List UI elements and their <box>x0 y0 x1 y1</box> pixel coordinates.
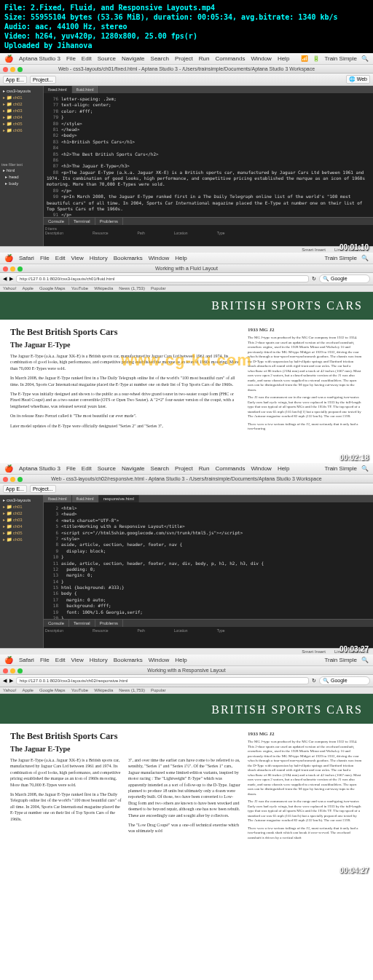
menu-file[interactable]: File <box>66 55 76 62</box>
menu-bookmarks[interactable]: Bookmarks <box>114 255 143 261</box>
minimize-button[interactable] <box>10 67 15 72</box>
url-field[interactable]: http://127.0.0.1:8020/css3-layouts/ch01/… <box>16 275 309 282</box>
folder-ch04[interactable]: ▸ 📁 ch04 <box>1 523 42 529</box>
close-button[interactable] <box>3 477 8 482</box>
bookmark-yahoo[interactable]: Yahoo! <box>3 286 17 291</box>
page-content[interactable]: BRITISH SPORTS CARS The Best British Spo… <box>0 292 373 463</box>
terminal-tab[interactable]: Terminal <box>69 620 95 627</box>
problems-panel[interactable]: Description Resource Path Location Type <box>44 627 373 648</box>
folder-ch06[interactable]: ▸ 📁 ch06 <box>1 536 42 542</box>
wifi-icon[interactable]: 📶 <box>301 55 308 62</box>
folder-ch03[interactable]: ▸ 📁 ch03 <box>1 107 42 114</box>
folder-ch03[interactable]: ▸ 📁 ch03 <box>1 516 42 523</box>
problems-panel[interactable]: 0 items Description Resource Path Locati… <box>44 225 373 246</box>
search-field[interactable]: 🔍 Google <box>319 274 370 283</box>
close-button[interactable] <box>3 668 8 673</box>
folder-ch05[interactable]: ▸ 📁 ch05 <box>1 120 42 127</box>
tab-fixed[interactable]: fixed.html <box>44 86 72 93</box>
zoom-button[interactable] <box>17 67 23 72</box>
menu-commands[interactable]: Commands <box>216 55 246 62</box>
project-root[interactable]: ▸ css3-layouts <box>1 497 42 503</box>
bookmark-apple[interactable]: Apple <box>23 286 34 291</box>
console-tab[interactable]: Console <box>44 620 69 627</box>
page-content[interactable]: BRITISH SPORTS CARS The Best British Spo… <box>0 694 373 876</box>
folder-ch02[interactable]: ▸ 📁 ch02 <box>1 510 42 516</box>
outline-head[interactable]: ▸ head <box>1 173 42 180</box>
back-button[interactable]: ◀ <box>3 678 7 684</box>
url-field[interactable]: http://127.0.0.1:8020/css3-layouts/ch02/… <box>16 677 309 684</box>
zoom-button[interactable] <box>17 266 23 272</box>
zoom-button[interactable] <box>17 477 23 482</box>
tab-responsive[interactable]: responsive.html <box>99 495 139 502</box>
outline-body[interactable]: ▸ body <box>1 180 42 186</box>
folder-ch06[interactable]: ▸ 📁 ch06 <box>1 127 42 133</box>
bookmark-news[interactable]: News (1,753) <box>119 286 145 291</box>
code-editor[interactable]: 2<html> 3<head> 4<meta charset="UTF-8"> … <box>44 502 373 619</box>
minimize-button[interactable] <box>10 266 15 272</box>
app-explorer-button[interactable]: App E... <box>3 76 27 84</box>
menu-help[interactable]: Help <box>278 55 289 62</box>
bookmark-maps[interactable]: Google Maps <box>39 286 66 291</box>
minimize-button[interactable] <box>10 477 15 482</box>
project-button[interactable]: Project... <box>30 76 56 84</box>
mac-menubar[interactable]: 🍎 Aptana Studio 3 File Edit Source Navig… <box>0 463 373 475</box>
app-explorer-button[interactable]: App E... <box>3 485 27 493</box>
menu-navigate[interactable]: Navigate <box>122 55 145 62</box>
reload-button[interactable]: ↻ <box>312 678 316 684</box>
menu-window[interactable]: Window <box>149 255 169 261</box>
tab-fluid[interactable]: fluid.html <box>72 495 99 502</box>
reload-button[interactable]: ↻ <box>312 276 316 282</box>
menu-edit[interactable]: Edit <box>55 255 66 261</box>
menu-history[interactable]: History <box>90 255 108 261</box>
menu-edit[interactable]: Edit <box>82 55 92 62</box>
problems-tab[interactable]: Problems <box>95 620 123 627</box>
back-button[interactable]: ◀ <box>3 276 7 282</box>
code-editor[interactable]: 76letter-spacing: .2em; 77text-align: ce… <box>44 93 373 217</box>
bookmark-youtube[interactable]: YouTube <box>71 286 89 291</box>
tab-fluid[interactable]: fluid.html <box>72 86 99 93</box>
apple-icon[interactable]: 🍎 <box>4 254 13 262</box>
menu-run[interactable]: Run <box>199 55 210 62</box>
menu-window[interactable]: Window <box>251 55 271 62</box>
console-tab[interactable]: Console <box>44 218 69 225</box>
folder-ch05[interactable]: ▸ 📁 ch05 <box>1 529 42 536</box>
menu-safari[interactable]: Safari <box>19 255 34 261</box>
menu-project[interactable]: Project <box>175 55 193 62</box>
folder-ch02[interactable]: ▸ 📁 ch02 <box>1 100 42 107</box>
apple-icon[interactable]: 🍎 <box>4 55 13 63</box>
bookmark-wikipedia[interactable]: Wikipedia <box>94 286 113 291</box>
battery-icon[interactable]: 🔋 <box>313 55 320 62</box>
folder-ch01[interactable]: ▸ 📁 ch01 <box>1 503 42 510</box>
close-button[interactable] <box>3 266 8 272</box>
folder-ch01[interactable]: ▸ 📁 ch01 <box>1 94 42 100</box>
menu-search[interactable]: Search <box>151 55 169 62</box>
menu-view[interactable]: View <box>71 255 84 261</box>
tab-fixed[interactable]: fixed.html <box>44 495 72 502</box>
menu-help[interactable]: Help <box>175 255 186 261</box>
mac-menubar-safari[interactable]: 🍎 Safari File Edit View History Bookmark… <box>0 655 373 666</box>
apple-icon[interactable]: 🍎 <box>4 656 13 664</box>
mac-menubar-safari[interactable]: 🍎 Safari File Edit View History Bookmark… <box>0 253 373 264</box>
apple-icon[interactable]: 🍎 <box>4 465 13 473</box>
project-root[interactable]: ▸ css3-layouts <box>1 87 42 94</box>
user-label[interactable]: Train Simple <box>324 255 357 261</box>
problems-tab[interactable]: Problems <box>95 218 123 225</box>
close-button[interactable] <box>3 67 8 72</box>
minimize-button[interactable] <box>10 668 15 673</box>
folder-ch04[interactable]: ▸ 📁 ch04 <box>1 114 42 120</box>
spotlight-icon[interactable]: 🔍 <box>361 55 369 62</box>
forward-button[interactable]: ▶ <box>9 276 13 282</box>
project-explorer[interactable]: ▸ css3-layouts ▸ 📁 ch01 ▸ 📁 ch02 ▸ 📁 ch0… <box>0 86 44 246</box>
search-field[interactable]: 🔍 Google <box>319 676 370 685</box>
bookmark-popular[interactable]: Popular <box>151 286 166 291</box>
menu-source[interactable]: Source <box>98 55 116 62</box>
menu-app[interactable]: Aptana Studio 3 <box>19 55 60 62</box>
menu-file[interactable]: File <box>40 255 50 261</box>
project-button[interactable]: Project... <box>30 485 56 493</box>
outline-html[interactable]: ▸ html <box>1 167 42 173</box>
forward-button[interactable]: ▶ <box>9 678 13 684</box>
terminal-tab[interactable]: Terminal <box>69 218 95 225</box>
project-explorer[interactable]: ▸ css3-layouts ▸ 📁 ch01 ▸ 📁 ch02 ▸ 📁 ch0… <box>0 495 44 648</box>
web-perspective-button[interactable]: 🌐 Web <box>346 75 370 84</box>
mac-menubar[interactable]: 🍎 Aptana Studio 3 File Edit Source Navig… <box>0 53 373 65</box>
